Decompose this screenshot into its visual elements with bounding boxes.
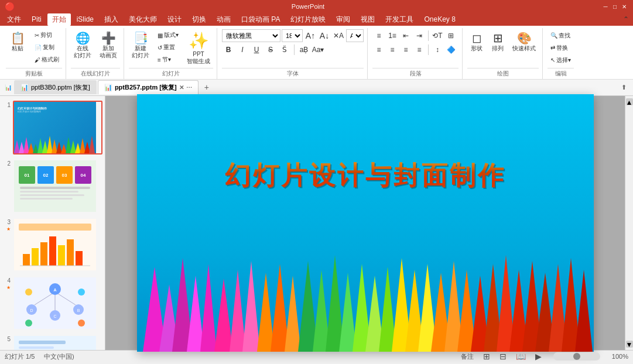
strikethrough-button[interactable]: S [264,43,277,56]
font-size-select[interactable]: 18 [282,29,303,42]
align-justify-button[interactable]: ≡ [413,43,426,56]
svg-marker-75 [214,279,233,352]
svg-text:02: 02 [43,173,49,178]
add-tab-button[interactable]: + [200,80,214,94]
smart-art-button[interactable]: 🔷 [444,43,457,56]
indent-decrease-button[interactable]: ⇤ [399,29,412,42]
menu-onekey[interactable]: OneKey 8 [419,14,460,25]
svg-marker-9 [56,142,62,153]
menu-file[interactable]: 文件 [2,13,26,26]
slide-item-2[interactable]: 2 01 02 [2,159,102,213]
bold-button[interactable]: B [222,43,235,56]
find-button[interactable]: 🔍查找 [548,30,573,42]
menu-design[interactable]: 设计 [163,13,186,26]
menu-developer[interactable]: 开发工具 [381,13,418,26]
svg-marker-74 [200,264,217,352]
align-right-button[interactable]: ≡ [399,43,412,56]
minimize-button[interactable]: ─ [601,2,610,11]
add-animation-page-button[interactable]: ➕ 新加动画页 [97,29,120,61]
numbered-list-button[interactable]: 1≡ [386,29,399,42]
svg-marker-6 [42,140,48,153]
slide-item-5[interactable]: 5 [2,335,102,350]
replace-button[interactable]: ⇄替换 [548,42,571,54]
svg-rect-35 [49,236,56,266]
online-slides-button[interactable]: 🌐 在线幻灯片 [71,29,94,61]
tab-pptb3b0[interactable]: 📊 pptB3B0.pptm [恢复] [14,80,97,94]
menu-islide[interactable]: iSlide [72,14,98,25]
menu-piti[interactable]: Piti [27,14,46,25]
view-presenter-icon[interactable]: ▶ [535,352,542,361]
select-button[interactable]: ↖选择▾ [548,54,574,66]
arrange-button[interactable]: ⊞ 排列 [488,29,507,54]
collapse-ribbon-icon[interactable]: ⌃ [621,15,631,24]
format-painter-button[interactable]: 🖌格式刷 [32,54,62,66]
indent-increase-button[interactable]: ⇥ [413,29,426,42]
text-direction-button[interactable]: ⟲T [431,29,444,42]
menu-bar: 文件 Piti 开始 iSlide 插入 美化大师 设计 切换 动画 口袋动画 … [0,13,633,26]
menu-pa[interactable]: 口袋动画 PA [237,13,285,26]
align-left-button[interactable]: ≡ [372,43,385,56]
bullet-list-button[interactable]: ≡ [372,29,385,42]
slide-thumb-4[interactable]: A D C B [13,276,102,330]
scroll-down-icon[interactable]: ▼ [626,341,633,348]
font-name-select[interactable]: 微软雅黑 [222,29,280,42]
cut-button[interactable]: ✂剪切 [32,29,62,41]
char-spacing-button[interactable]: aḄ [297,43,310,56]
paste-button[interactable]: 📋 粘贴 [6,29,29,54]
layout-button[interactable]: ▦版式▾ [155,29,182,41]
line-spacing-button[interactable]: ↕ [431,43,444,56]
section-button[interactable]: ≡节▾ [155,54,182,66]
tab-pptb3b0-label: pptB3B0.pptm [恢复] [31,83,90,92]
new-slide-button[interactable]: 📑 新建幻灯片 [129,29,152,61]
font-decrease-icon[interactable]: A↓ [318,29,331,42]
ppt-smart-gen-button[interactable]: ✨ PPT智能生成 [184,29,213,67]
scroll-up-icon[interactable]: ▲ [626,98,633,105]
reset-button[interactable]: ↺重置 [155,42,182,53]
slide-item-4[interactable]: 4 ★ A D C B [2,276,102,330]
view-reading-icon[interactable]: 📖 [516,352,526,361]
slide-thumb-2[interactable]: 01 02 03 04 [13,159,102,213]
slide-thumb-5[interactable] [13,335,102,350]
slide-main[interactable]: 幻灯片设计与封面制作 [137,94,594,352]
view-normal-icon[interactable]: ⊞ [483,352,490,361]
svg-text:B: B [77,308,80,313]
slide-item-3[interactable]: 3 ★ [2,218,102,272]
svg-marker-2 [23,137,29,153]
underline-button[interactable]: U [250,43,263,56]
italic-button[interactable]: I [236,43,249,56]
svg-text:04: 04 [81,173,86,178]
font-increase-icon[interactable]: A↑ [304,29,317,42]
tab-close-icon[interactable]: ✕ [179,84,184,91]
menu-insert[interactable]: 插入 [100,13,123,26]
notes-button[interactable]: 备注 [461,352,474,361]
zoom-slider[interactable] [553,352,600,360]
menu-animation[interactable]: 动画 [212,13,235,26]
window-title: PowerPoint [15,3,601,10]
menu-transition[interactable]: 切换 [187,13,211,26]
menu-home[interactable]: 开始 [47,13,71,26]
columns-button[interactable]: ⊞ [444,29,457,42]
ribbon-expand-icon[interactable]: ⬆ [619,83,628,92]
slide-thumb-3[interactable] [13,218,102,272]
maximize-button[interactable]: □ [611,2,619,11]
menu-review[interactable]: 审阅 [331,13,355,26]
shadow-button[interactable]: S̈ [278,43,291,56]
menu-beautify[interactable]: 美化大师 [124,13,162,26]
copy-button[interactable]: 📄复制 [32,42,62,53]
shape-button[interactable]: ◻ 形状 [467,29,486,54]
font-color-select[interactable]: Aa [346,29,364,42]
svg-marker-102 [575,270,593,352]
zoom-handle[interactable] [573,353,580,360]
clear-format-icon[interactable]: ✕A [332,29,345,42]
font-case-button[interactable]: Aa▾ [312,43,324,56]
view-slide-sorter-icon[interactable]: ⊟ [499,352,507,361]
menu-view[interactable]: 视图 [356,13,379,26]
align-center-button[interactable]: ≡ [386,43,399,56]
slide-thumb-1[interactable]: 幻灯片设计与封面制作 幻灯片设计与封面制作 [13,101,102,154]
tab-pptb257[interactable]: 📊 pptB257.pptm [恢复] ✕ ⋯ [98,80,199,94]
quick-style-button[interactable]: 🎨 快速样式 [509,29,539,54]
menu-slideshow[interactable]: 幻灯片放映 [286,13,330,26]
drawing-label: 绘图 [467,68,539,79]
close-button[interactable]: ✕ [620,2,628,11]
slide-item-1[interactable]: 1 幻灯片设计与封面制作 幻灯片设计与封面制作 [2,101,102,154]
